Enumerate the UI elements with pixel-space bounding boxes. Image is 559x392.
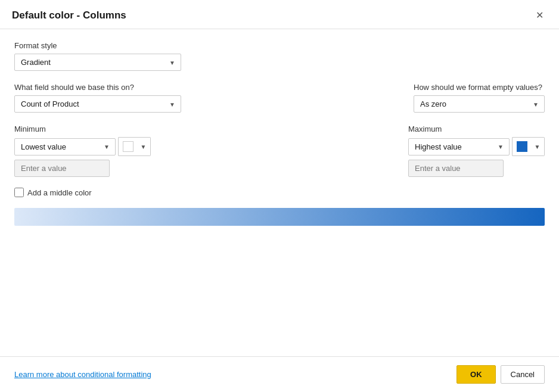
format-style-label: Format style — [14, 41, 545, 50]
dialog-body: Format style Gradient Rules Field value … — [0, 29, 559, 356]
dialog-header: Default color - Columns ✕ — [0, 0, 559, 29]
min-color-swatch — [123, 141, 133, 152]
field-base-wrapper: Count of Product ▼ — [14, 95, 181, 113]
max-color-swatch — [517, 141, 527, 152]
max-value-select[interactable]: Highest value Number Percent Percentile — [408, 138, 510, 155]
minimum-controls: Lowest value Number Percent Percentile ▼… — [14, 137, 151, 156]
cancel-button[interactable]: Cancel — [501, 365, 545, 384]
middle-color-row: Add a middle color — [14, 188, 545, 197]
maximum-controls: Highest value Number Percent Percentile … — [408, 137, 545, 156]
footer-buttons: OK Cancel — [456, 365, 545, 384]
max-color-chevron-button[interactable]: ▼ — [530, 137, 545, 156]
format-style-wrapper: Gradient Rules Field value ▼ — [14, 54, 181, 71]
max-value-input[interactable] — [408, 160, 504, 177]
field-base-label: What field should we base this on? — [14, 83, 181, 92]
dialog: Default color - Columns ✕ Format style G… — [0, 0, 559, 392]
empty-values-wrapper: As zero As blank ▼ — [414, 95, 545, 113]
gradient-bar — [14, 208, 545, 226]
minimum-label: Minimum — [14, 125, 151, 133]
maximum-label: Maximum — [408, 125, 545, 133]
maximum-section: Maximum Highest value Number Percent Per… — [408, 125, 545, 177]
empty-values-select[interactable]: As zero As blank — [414, 95, 545, 113]
dialog-footer: Learn more about conditional formatting … — [0, 356, 559, 392]
max-value-wrapper: Highest value Number Percent Percentile … — [408, 138, 510, 155]
close-button[interactable]: ✕ — [532, 10, 547, 21]
empty-values-label: How should we format empty values? — [414, 83, 545, 92]
min-value-wrapper: Lowest value Number Percent Percentile ▼ — [14, 138, 116, 155]
middle-color-checkbox-label[interactable]: Add a middle color — [14, 188, 92, 197]
field-base-section: What field should we base this on? Count… — [14, 83, 181, 113]
field-base-select[interactable]: Count of Product — [14, 95, 181, 113]
learn-more-link[interactable]: Learn more about conditional formatting — [14, 370, 151, 379]
format-style-section: Format style Gradient Rules Field value … — [14, 41, 545, 71]
min-value-input[interactable] — [14, 160, 110, 177]
middle-color-label-text: Add a middle color — [27, 188, 92, 197]
middle-color-checkbox[interactable] — [14, 188, 24, 197]
row-field-empty: What field should we base this on? Count… — [14, 83, 545, 113]
format-style-select[interactable]: Gradient Rules Field value — [14, 54, 181, 71]
ok-button[interactable]: OK — [456, 365, 496, 384]
min-color-button[interactable] — [118, 137, 137, 156]
min-max-row: Minimum Lowest value Number Percent Perc… — [14, 125, 545, 177]
minimum-section: Minimum Lowest value Number Percent Perc… — [14, 125, 151, 177]
max-color-wrapper: ▼ — [512, 137, 545, 156]
dialog-title: Default color - Columns — [12, 10, 126, 21]
empty-values-section: How should we format empty values? As ze… — [414, 83, 545, 113]
min-color-chevron-button[interactable]: ▼ — [136, 137, 151, 156]
min-color-wrapper: ▼ — [118, 137, 151, 156]
max-color-button[interactable] — [512, 137, 531, 156]
min-value-select[interactable]: Lowest value Number Percent Percentile — [14, 138, 116, 155]
